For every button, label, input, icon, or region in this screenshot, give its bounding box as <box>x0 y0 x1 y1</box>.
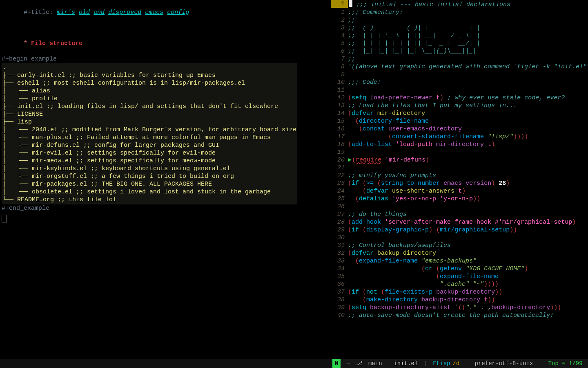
example-line: │ ├── mir-evil.el ;; settings specifical… <box>2 149 296 157</box>
code-line[interactable]: 35 (expand-file-name <box>331 273 588 280</box>
title-word: disproved <box>108 9 141 16</box>
git-branch: main <box>365 359 382 368</box>
title-word: and <box>94 9 105 16</box>
line-number: 40 <box>331 312 348 319</box>
modeline-right: N ─ ⎇ main init.el ⟨ ELisp/d prefer-utf-… <box>331 359 588 368</box>
code-line[interactable]: 25 (defalias 'yes-or-no-p 'y-or-n-p)) <box>331 195 588 203</box>
line-number: 7 <box>331 55 348 63</box>
code-text: (expand-file-name <box>348 273 499 280</box>
org-heading: * File structure <box>2 32 329 55</box>
code-line[interactable]: 23(if (>= (string-to-number emacs-versio… <box>331 180 588 187</box>
line-number: 9 <box>331 71 348 79</box>
line-number: 34 <box>331 265 348 273</box>
line-number: 33 <box>331 257 348 265</box>
line-number: 28 <box>331 218 348 226</box>
code-line[interactable]: 28(add-hook 'server-after-make-frame-hoo… <box>331 218 588 226</box>
code-text: (if (display-graphic-p) (mir/graphical-s… <box>348 226 517 234</box>
code-text: (add-hook 'server-after-make-frame-hook … <box>348 218 576 226</box>
editor-root: #+title: mir's old and disproved emacs c… <box>0 0 588 368</box>
example-line: │ ├── mir-keybinds.el ;; keyboard shortc… <box>2 165 296 173</box>
line-number: 10 <box>331 79 348 86</box>
example-line: ├── init.el ;; loading files in lisp/ an… <box>2 103 296 110</box>
code-line[interactable]: 21 <box>331 164 588 172</box>
code-line[interactable]: 9 <box>331 71 588 79</box>
line-number: 14 <box>331 110 348 117</box>
code-line[interactable]: 11 <box>331 86 588 94</box>
code-text: ;; (_) _ __ (_)| |_ ___ | | <box>348 24 480 32</box>
code-text: '((above text graphic generated with com… <box>348 63 588 71</box>
code-line[interactable]: 32(defvar backup-directory <box>331 249 588 257</box>
code-line[interactable]: 36 ".cache" "~")))) <box>331 280 588 288</box>
code-line[interactable]: 38 (make-directory backup-directory t)) <box>331 296 588 304</box>
code-line[interactable]: 3;; (_) _ __ (_)| |_ ___ | | <box>331 24 588 32</box>
line-number: 38 <box>331 296 348 304</box>
line-number: 30 <box>331 234 348 242</box>
code-line[interactable]: 40;; auto-save-mode doesn't create the p… <box>331 312 588 319</box>
org-title-line: #+title: mir's old and disproved emacs c… <box>2 1 329 24</box>
code-line[interactable]: 27;; do the things <box>331 211 588 218</box>
code-text: ".cache" "~")))) <box>348 280 499 288</box>
code-text: ;; <box>348 16 355 24</box>
code-line[interactable]: 31;; Control backups/swapfiles <box>331 242 588 249</box>
code-line[interactable]: 15 (directory-file-name <box>331 117 588 125</box>
line-number: 25 <box>331 195 348 203</box>
title-word: config <box>167 9 189 16</box>
code-line[interactable]: 22;; minify yes/no prompts <box>331 172 588 180</box>
code-line[interactable]: 4;; | | | '_ \ | || __| / _ \| | <box>331 32 588 40</box>
modeline-sep <box>385 359 392 368</box>
code-line[interactable]: 39(setq backup-directory-alist `(("." . … <box>331 304 588 312</box>
code-line[interactable]: 5;; | | | | | | | || |_ _ | __/| | <box>331 40 588 47</box>
line-number: 27 <box>331 211 348 218</box>
code-line[interactable]: 16 (concat user-emacs-directory <box>331 125 588 133</box>
code-line[interactable]: 1 ;;; init.el --- basic initial declarat… <box>331 0 588 9</box>
line-number: 5 <box>331 40 348 47</box>
line-number: 29 <box>331 226 348 234</box>
line-number: 8 <box>331 63 348 71</box>
code-line[interactable]: 8'((above text graphic generated with co… <box>331 63 588 71</box>
code-line[interactable]: 17 (convert-standard-filename "lisp/")))… <box>331 133 588 141</box>
example-line: │ ├── mir-meow.el ;; settings specifical… <box>2 157 296 165</box>
buffer-name: init.el <box>394 359 418 368</box>
code-line[interactable]: 20▶(require 'mir-defuns) <box>331 156 588 164</box>
line-number: 35 <box>331 273 348 280</box>
code-line[interactable]: 10;;; Code: <box>331 79 588 86</box>
code-line[interactable]: 2;; <box>331 16 588 24</box>
code-line[interactable]: 18(add-to-list 'load-path mir-directory … <box>331 141 588 148</box>
code-line[interactable]: 34 (or (getenv "XDG_CACHE_HOME") <box>331 265 588 273</box>
code-line[interactable]: 29(if (display-graphic-p) (mir/graphical… <box>331 226 588 234</box>
code-area[interactable]: 1 ;;; init.el --- basic initial declarat… <box>331 0 588 358</box>
code-line[interactable]: 7;; <box>331 55 588 63</box>
code-text: (setq backup-directory-alist `(("." . ,b… <box>348 304 561 312</box>
modeline-sep <box>535 359 546 368</box>
code-text: ;; | | | '_ \ | || __| / _ \| | <box>348 32 480 40</box>
code-line[interactable]: 37(if (not (file-exists-p backup-directo… <box>331 288 588 296</box>
evil-state-badge: N <box>332 359 341 368</box>
code-text: (if (not (file-exists-p backup-directory… <box>348 288 502 296</box>
code-text: ;;; init.el --- basic initial declaratio… <box>348 0 510 9</box>
code-text: (convert-standard-filename "lisp/")))) <box>348 133 528 141</box>
example-line: │ ├── alias <box>2 87 296 95</box>
right-pane[interactable]: 1 ;;; init.el --- basic initial declarat… <box>331 0 588 368</box>
line-number: 1 <box>331 0 348 8</box>
code-line[interactable]: 6;; |_| |_| |_| |_| \__|(_)\___||_| <box>331 47 588 55</box>
code-line[interactable]: 14(defvar mir-directory <box>331 110 588 117</box>
code-line[interactable]: 12(setq load-prefer-newer t) ; why ever … <box>331 94 588 102</box>
heading-text: File structure <box>31 40 82 47</box>
modeline-sep <box>462 359 472 368</box>
example-line: │ ├── mir-packages.el ;; THE BIG ONE. AL… <box>2 180 296 188</box>
begin-example: #+begin_example <box>2 55 329 63</box>
line-number: 18 <box>331 141 348 148</box>
left-pane[interactable]: #+title: mir's old and disproved emacs c… <box>0 0 331 368</box>
code-line[interactable]: 26 <box>331 203 588 211</box>
title-word: emacs <box>145 9 163 16</box>
code-line[interactable]: 13;; Load the files that I put my settin… <box>331 102 588 110</box>
code-text: ;;; Code: <box>348 79 381 86</box>
position-indicator: Top ≡ 1/99 <box>548 359 583 368</box>
code-line[interactable]: 33 (expand-file-name "emacs-backups" <box>331 257 588 265</box>
code-line[interactable]: 24 (defvar use-short-answers t) <box>331 187 588 195</box>
example-line: ├── early-init.el ;; basic variables for… <box>2 72 296 79</box>
code-line[interactable]: 30 <box>331 234 588 242</box>
title-prefix: #+title: <box>24 9 57 16</box>
code-line[interactable]: 19 <box>331 148 588 156</box>
code-line[interactable]: 1;;; Commentary: <box>331 9 588 16</box>
